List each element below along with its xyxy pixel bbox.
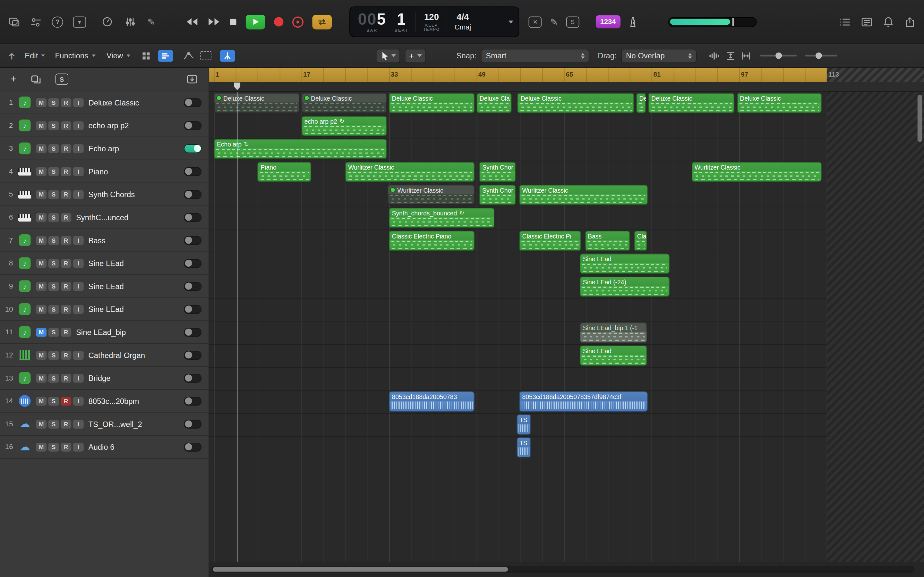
playhead-line[interactable] xyxy=(237,92,237,562)
mute-button[interactable]: M xyxy=(36,213,47,222)
midi-region[interactable]: Deluxe Classic xyxy=(648,93,734,113)
duplicate-track-button[interactable] xyxy=(31,74,41,84)
track-on-toggle[interactable] xyxy=(184,121,202,130)
list-editors-icon[interactable] xyxy=(839,17,851,27)
record-enable-button[interactable]: R xyxy=(61,351,71,359)
mute-button[interactable]: M xyxy=(36,167,47,176)
mute-button[interactable]: M xyxy=(36,259,47,268)
midi-region[interactable]: Classic Electric Pi xyxy=(519,231,581,251)
track-on-toggle[interactable] xyxy=(184,282,202,291)
pencil-tool-icon[interactable]: ✎ xyxy=(550,16,558,27)
view-menu[interactable]: View xyxy=(107,51,131,60)
catch-playhead-icon[interactable] xyxy=(220,50,235,61)
solo-button[interactable]: S xyxy=(48,420,59,429)
horizontal-scrollbar-thumb[interactable] xyxy=(213,567,508,572)
solo-button[interactable]: S xyxy=(48,351,59,359)
record-enable-button[interactable]: R xyxy=(61,396,71,406)
mute-button[interactable]: M xyxy=(36,121,47,130)
track-on-toggle[interactable] xyxy=(184,236,202,245)
input-monitor-button[interactable]: I xyxy=(73,98,84,107)
midi-region[interactable]: Synth_chords_bounced↻ xyxy=(389,208,494,227)
input-monitor-button[interactable]: I xyxy=(73,190,84,199)
mute-button[interactable]: M xyxy=(36,396,47,406)
record-enable-button[interactable]: R xyxy=(61,213,71,222)
command-click-tool-menu[interactable]: + xyxy=(405,49,426,63)
track-header-row[interactable]: 15☁MSRITS_OR...well_2 xyxy=(0,413,208,436)
audio-region[interactable]: 8053cd188da2005078357df9874c3f xyxy=(519,392,648,411)
track-header-row[interactable]: 2♪MSRIecho arp p2 xyxy=(0,114,208,137)
midi-region[interactable]: Deluxe Classic xyxy=(517,93,634,113)
mute-button[interactable]: M xyxy=(36,236,47,245)
track-on-toggle[interactable] xyxy=(184,374,202,382)
track-header-row[interactable]: 4MSRIPiano xyxy=(0,160,208,183)
track-header-row[interactable]: 11♪MSRSine LEad_bip xyxy=(0,321,208,344)
midi-region[interactable]: Synth Chor xyxy=(479,162,516,182)
midi-region[interactable]: Sine LEad_bip.1 (-1 xyxy=(580,323,648,343)
global-solo-button[interactable]: S xyxy=(55,74,68,85)
snap-mode-dropdown[interactable]: Smart xyxy=(481,49,590,63)
track-on-toggle[interactable] xyxy=(184,144,202,153)
vertical-zoom-icon[interactable] xyxy=(726,51,735,60)
metronome-icon[interactable] xyxy=(628,16,638,27)
vertical-scrollbar[interactable] xyxy=(918,93,923,562)
track-on-toggle[interactable] xyxy=(184,167,202,176)
track-header-row[interactable]: 9♪MSRISine LEad xyxy=(0,275,208,298)
mixer-icon[interactable] xyxy=(30,16,42,27)
input-monitor-button[interactable]: I xyxy=(73,121,84,130)
note-pads-icon[interactable] xyxy=(861,17,873,27)
solo-button[interactable]: S xyxy=(48,167,59,176)
audio-region[interactable]: 8053cd188da20050783 xyxy=(389,392,474,411)
mute-button[interactable]: M xyxy=(36,282,47,291)
record-enable-button[interactable]: R xyxy=(61,442,71,451)
track-header-row[interactable]: 13♪MSRIBridge xyxy=(0,367,208,390)
slider-knob[interactable] xyxy=(816,52,822,59)
lcd-display[interactable]: 005 BAR 1 BEAT 120 KEEPTEMPO 4/4 Cmaj xyxy=(350,6,519,37)
track-header-row[interactable]: 12MSRICathedral Organ xyxy=(0,344,208,367)
record-enable-button[interactable]: R xyxy=(61,167,71,176)
slider-knob[interactable] xyxy=(776,52,782,59)
midi-region[interactable]: Wurlitzer Classic xyxy=(388,185,474,205)
lcd-tempo-section[interactable]: 120 KEEPTEMPO xyxy=(423,12,440,32)
input-monitor-button[interactable]: I xyxy=(73,144,84,153)
track-header-row[interactable]: 3♪MSRIEcho arp xyxy=(0,137,208,160)
input-monitor-button[interactable]: I xyxy=(73,259,84,268)
record-enable-button[interactable]: R xyxy=(61,98,71,107)
track-header-row[interactable]: 6MSRSynthC...unced xyxy=(0,206,208,229)
stop-button[interactable] xyxy=(229,18,237,26)
solo-button[interactable]: S xyxy=(48,121,59,130)
lcd-signature-section[interactable]: 4/4 Cmaj xyxy=(455,13,471,31)
midi-region[interactable]: echo arp p2↻ xyxy=(302,116,387,136)
midi-region[interactable]: Wurlitzer Classic xyxy=(692,162,822,182)
record-enable-button[interactable]: R xyxy=(61,144,71,153)
arrange-canvas[interactable]: Deluxe ClassicDeluxe ClassicDeluxe Class… xyxy=(209,92,924,562)
left-click-tool-menu[interactable] xyxy=(376,49,400,63)
audio-region[interactable]: TS↓ xyxy=(517,438,531,458)
midi-region[interactable]: Classic Electric Piano xyxy=(389,231,474,251)
midi-region[interactable]: Del xyxy=(636,93,646,113)
input-monitor-button[interactable]: I xyxy=(73,442,84,451)
count-in-button[interactable]: 1234 xyxy=(596,15,620,28)
marquee-tool-icon[interactable] xyxy=(200,51,212,60)
midi-region[interactable]: Wurlitzer Classic xyxy=(519,185,648,205)
solo-button[interactable]: S xyxy=(48,236,59,245)
midi-region[interactable]: Sine LEad (-24) xyxy=(580,277,670,297)
record-enable-button[interactable]: R xyxy=(61,282,71,291)
track-on-toggle[interactable] xyxy=(184,98,202,107)
library-icon[interactable] xyxy=(8,16,20,27)
solo-button[interactable]: S xyxy=(48,305,59,314)
add-track-button[interactable]: + xyxy=(11,73,16,85)
track-on-toggle[interactable] xyxy=(184,420,202,429)
solo-button[interactable]: S xyxy=(48,442,59,451)
track-on-toggle[interactable] xyxy=(184,351,202,359)
input-monitor-button[interactable]: I xyxy=(73,374,84,382)
track-on-toggle[interactable] xyxy=(184,190,202,199)
track-header-row[interactable]: 1♪MSRIDeluxe Classic xyxy=(0,91,208,114)
waveform-zoom-icon[interactable] xyxy=(708,51,719,60)
bar-ruler-band[interactable]: 1173349658197113 xyxy=(209,68,924,82)
cycle-button[interactable] xyxy=(312,15,332,29)
audio-region[interactable]: TS↓ xyxy=(517,414,531,434)
solo-mode-icon[interactable]: S xyxy=(566,16,579,27)
solo-button[interactable]: S xyxy=(48,144,59,153)
drag-mode-dropdown[interactable]: No Overlap xyxy=(621,49,696,63)
smart-controls-icon[interactable] xyxy=(124,16,136,28)
